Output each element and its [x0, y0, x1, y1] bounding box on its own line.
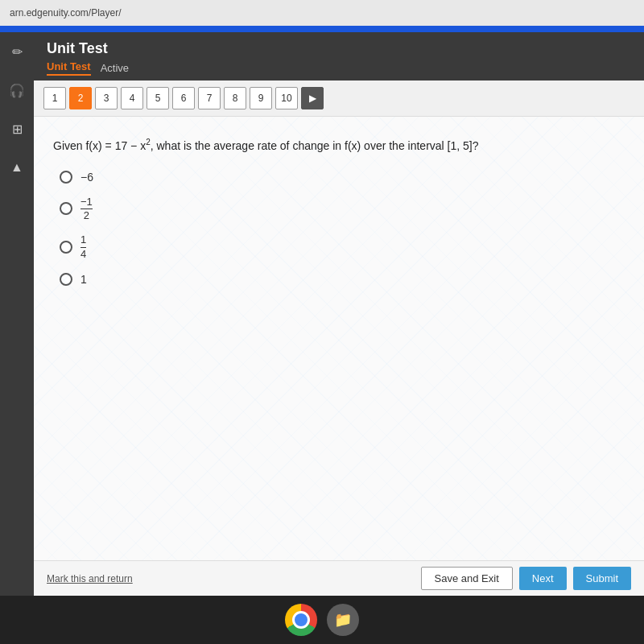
fraction-denominator-c: 4 — [80, 249, 86, 260]
url-bar: arn.edgenuity.com/Player/ — [10, 7, 122, 19]
arrow-up-icon[interactable]: ▲ — [4, 155, 30, 180]
headphone-icon[interactable]: 🎧 — [4, 77, 30, 103]
option-a-label: −6 — [80, 171, 93, 184]
browser-bar: arn.edgenuity.com/Player/ — [0, 0, 644, 26]
question-btn-2[interactable]: 2 — [69, 87, 92, 109]
main-content: Unit Test Unit Test Active 1 2 3 4 5 6 7… — [34, 32, 644, 596]
chrome-taskbar-icon[interactable] — [285, 604, 317, 636]
calculator-icon[interactable]: ⊞ — [4, 116, 30, 142]
question-btn-10[interactable]: 10 — [275, 87, 298, 109]
app-container: ✏ 🎧 ⊞ ▲ Unit Test Unit Test Active 1 2 3… — [0, 32, 644, 596]
breadcrumb-status: Active — [101, 62, 129, 74]
breadcrumb: Unit Test Active — [47, 60, 631, 80]
question-text: Given f(x) = 17 − x2, what is the averag… — [53, 136, 625, 155]
next-button[interactable]: Next — [519, 567, 567, 590]
save-exit-button[interactable]: Save and Exit — [421, 567, 513, 590]
question-btn-9[interactable]: 9 — [250, 87, 272, 109]
taskbar: 📁 — [0, 596, 644, 644]
question-area: Given f(x) = 17 − x2, what is the averag… — [34, 117, 644, 560]
header: Unit Test Unit Test Active — [34, 32, 644, 80]
fraction-denominator-b: 2 — [84, 210, 89, 221]
accent-bar — [0, 26, 644, 32]
pencil-icon[interactable]: ✏ — [4, 39, 30, 64]
question-btn-3[interactable]: 3 — [95, 87, 118, 109]
footer-buttons: Save and Exit Next Submit — [421, 567, 631, 590]
question-btn-6[interactable]: 6 — [172, 87, 195, 109]
option-c[interactable]: 1 4 — [60, 234, 625, 260]
option-b[interactable]: −1 2 — [60, 196, 625, 222]
option-d-label: 1 — [80, 273, 87, 286]
radio-d[interactable] — [60, 273, 72, 286]
radio-a[interactable] — [60, 171, 72, 184]
fraction-numerator-c: 1 — [80, 234, 86, 246]
question-btn-4[interactable]: 4 — [121, 87, 143, 109]
breadcrumb-unit-test[interactable]: Unit Test — [47, 60, 91, 76]
footer: Mark this and return Save and Exit Next … — [34, 560, 644, 596]
submit-button[interactable]: Submit — [573, 567, 631, 590]
option-c-fraction: 1 4 — [80, 234, 86, 260]
question-btn-5[interactable]: 5 — [147, 87, 169, 109]
option-d[interactable]: 1 — [60, 273, 625, 286]
question-btn-1[interactable]: 1 — [43, 87, 66, 109]
radio-b[interactable] — [60, 202, 72, 215]
mark-return-link[interactable]: Mark this and return — [47, 573, 133, 584]
fraction-numerator-b: −1 — [80, 196, 93, 208]
radio-c[interactable] — [60, 241, 72, 254]
next-question-arrow[interactable]: ▶ — [301, 87, 324, 109]
question-btn-7[interactable]: 7 — [198, 87, 221, 109]
page-title: Unit Test — [47, 40, 631, 57]
option-a[interactable]: −6 — [60, 171, 625, 184]
question-nav: 1 2 3 4 5 6 7 8 9 10 ▶ — [34, 80, 644, 117]
sidebar: ✏ 🎧 ⊞ ▲ — [0, 32, 34, 596]
option-b-fraction: −1 2 — [80, 196, 93, 222]
question-btn-8[interactable]: 8 — [224, 87, 246, 109]
files-taskbar-icon[interactable]: 📁 — [327, 604, 359, 636]
options-list: −6 −1 2 1 4 — [60, 171, 625, 286]
